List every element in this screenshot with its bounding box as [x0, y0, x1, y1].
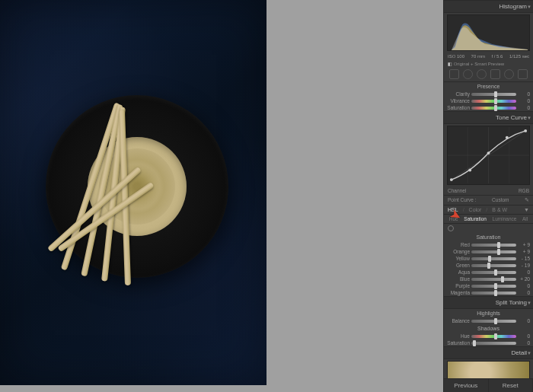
tab-bw[interactable]: B & W — [492, 207, 507, 212]
svg-point-6 — [468, 169, 471, 172]
svg-point-9 — [524, 129, 527, 132]
spot-tool[interactable] — [463, 69, 473, 79]
plate-graphic — [46, 95, 228, 278]
slider-balance[interactable]: Balance 0 — [444, 317, 533, 324]
svg-point-7 — [487, 151, 490, 155]
subtab-all[interactable]: All — [522, 216, 528, 221]
slider-saturation[interactable]: Saturation 0 — [444, 339, 533, 346]
slider-magenta[interactable]: Magenta 0 — [444, 289, 533, 296]
subtab-luminance[interactable]: Luminance — [493, 216, 517, 221]
presence-title: Presence — [444, 82, 533, 91]
tool-strip — [444, 67, 533, 82]
brush-tool[interactable] — [518, 69, 528, 79]
tone-curve-graph[interactable] — [447, 126, 530, 185]
detail-header[interactable]: Detail▼ — [444, 346, 533, 359]
subtab-saturation[interactable]: Saturation — [464, 216, 487, 221]
previous-button[interactable]: Previous — [444, 379, 489, 392]
preview-status: ◧ Original + Smart Preview — [444, 60, 533, 67]
histogram-display[interactable] — [447, 14, 530, 51]
slider-red[interactable]: Red + 9 — [444, 241, 533, 248]
tab-color[interactable]: Color — [469, 207, 482, 212]
radial-tool[interactable] — [504, 69, 514, 79]
curve-edit-icon[interactable]: ✎ — [525, 197, 529, 203]
gradient-tool[interactable] — [490, 69, 500, 79]
targeted-adjustment-tool[interactable] — [448, 225, 454, 231]
slider-hue[interactable]: Hue 0 — [444, 333, 533, 339]
develop-panel: Histogram▼ ISO 10070 mmf / 5.61/125 sec … — [443, 0, 533, 392]
slider-orange[interactable]: Orange + 9 — [444, 248, 533, 255]
redeye-tool[interactable] — [477, 69, 487, 79]
photo-canvas[interactable] — [0, 0, 266, 385]
slider-aqua[interactable]: Aqua 0 — [444, 269, 533, 276]
highlights-label: Highlights — [444, 309, 533, 317]
svg-point-8 — [506, 136, 509, 139]
slider-blue[interactable]: Blue + 20 — [444, 276, 533, 282]
slider-saturation[interactable]: Saturation 0 — [444, 104, 533, 111]
slider-green[interactable]: Green - 19 — [444, 262, 533, 269]
saturation-title: Saturation — [444, 233, 533, 241]
histogram-header[interactable]: Histogram▼ — [444, 0, 533, 13]
slider-clarity[interactable]: Clarity 0 — [444, 91, 533, 97]
hsl-subtabs: ➤ Hue Saturation Luminance All — [444, 215, 533, 224]
split-toning-header[interactable]: Split Toning▼ — [444, 296, 533, 309]
tone-curve-header[interactable]: Tone Curve▼ — [444, 111, 533, 124]
svg-point-5 — [450, 178, 453, 181]
reset-button[interactable]: Reset — [489, 379, 534, 392]
slider-purple[interactable]: Purple 0 — [444, 282, 533, 289]
slider-yellow[interactable]: Yellow - 15 — [444, 255, 533, 262]
shadows-label: Shadows — [444, 324, 533, 333]
crop-tool[interactable] — [449, 69, 459, 79]
slider-vibrance[interactable]: Vibrance 0 — [444, 97, 533, 104]
exif-row: ISO 10070 mmf / 5.61/125 sec — [444, 53, 533, 60]
